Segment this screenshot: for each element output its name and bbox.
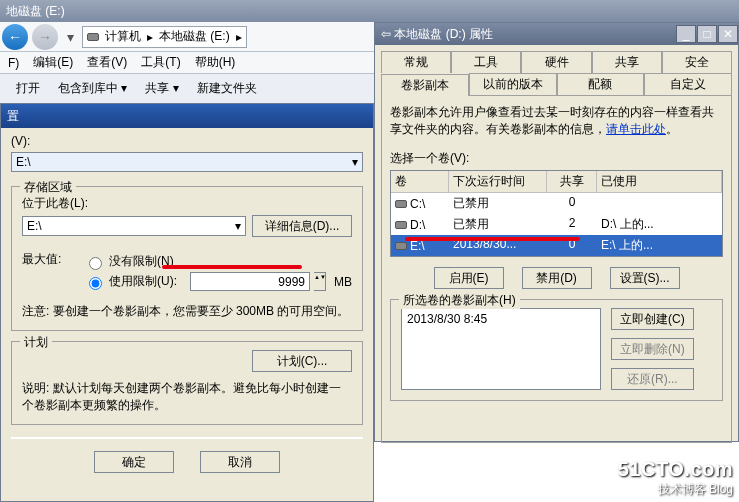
- tab-security[interactable]: 安全: [662, 51, 732, 73]
- menu-tools[interactable]: 工具(T): [135, 52, 186, 73]
- create-now-button[interactable]: 立即创建(C): [611, 308, 694, 330]
- watermark: 51CTO.com 技术博客 Blog: [618, 458, 733, 498]
- schedule-button[interactable]: 计划(C)...: [252, 350, 352, 372]
- col-time[interactable]: 下次运行时间: [449, 171, 547, 192]
- selected-copies-fieldset: 所选卷的卷影副本(H) 2013/8/30 8:45 立即创建(C) 立即删除(…: [390, 299, 723, 401]
- schedule-fieldset: 计划 计划(C)... 说明: 默认计划每天创建两个卷影副本。避免比每小时创建一…: [11, 341, 363, 425]
- tab-general[interactable]: 常规: [381, 51, 451, 73]
- chevron-right-icon: ▸: [236, 30, 242, 44]
- located-label: 位于此卷(L):: [22, 195, 352, 212]
- located-select[interactable]: E:\▾: [22, 216, 246, 236]
- nav-history-dropdown[interactable]: ▾: [62, 25, 78, 49]
- drive-icon: [395, 242, 407, 250]
- schedule-desc: 说明: 默认计划每天创建两个卷影副本。避免比每小时创建一个卷影副本更频繁的操作。: [22, 380, 352, 414]
- drive-icon: ⇦: [381, 27, 391, 41]
- ok-button[interactable]: 确定: [94, 451, 174, 473]
- disable-button[interactable]: 禁用(D): [522, 267, 592, 289]
- settings-dialog: 置 (V): E:\▾ 存储区域 位于此卷(L): E:\▾ 详细信息(D)..…: [0, 103, 374, 502]
- volume-select[interactable]: E:\▾: [11, 152, 363, 172]
- col-volume[interactable]: 卷: [391, 171, 449, 192]
- tab-sharing[interactable]: 共享: [592, 51, 662, 73]
- volume-table: 卷 下次运行时间 共享 已使用 C:\ 已禁用0 D:\ 已禁用2D:\ 上的.…: [390, 170, 723, 257]
- properties-dialog: ⇦ 本地磁盘 (D:) 属性 _ □ ✕ 常规 工具 硬件 共享 安全 卷影副本…: [374, 22, 739, 442]
- menu-f[interactable]: F): [2, 54, 25, 72]
- breadcrumb-current[interactable]: 本地磁盘 (E:): [159, 28, 230, 45]
- restore-button: 还原(R)...: [611, 368, 694, 390]
- drive-icon: [395, 221, 407, 229]
- tab-previous[interactable]: 以前的版本: [469, 73, 557, 95]
- limit-spinner[interactable]: ▲▼: [314, 272, 326, 291]
- minimize-button[interactable]: _: [676, 25, 696, 43]
- explorer-title: 地磁盘 (E:): [6, 3, 65, 20]
- shadow-help-link[interactable]: 请单击此处: [606, 122, 666, 136]
- drive-icon: [87, 33, 99, 41]
- use-limit-radio[interactable]: [89, 277, 102, 290]
- no-limit-radio[interactable]: [89, 257, 102, 270]
- toolbar-share[interactable]: 共享 ▾: [145, 80, 178, 97]
- nav-forward-button[interactable]: →: [32, 24, 58, 50]
- toolbar-include[interactable]: 包含到库中 ▾: [58, 80, 127, 97]
- table-row[interactable]: C:\ 已禁用0: [391, 193, 722, 214]
- details-button[interactable]: 详细信息(D)...: [252, 215, 352, 237]
- delete-now-button: 立即删除(N): [611, 338, 694, 360]
- annotation-redline: [405, 237, 580, 241]
- tab-hardware[interactable]: 硬件: [521, 51, 591, 73]
- tab-shadowcopy[interactable]: 卷影副本: [381, 74, 469, 96]
- menu-help[interactable]: 帮助(H): [189, 52, 242, 73]
- chevron-down-icon: ▾: [235, 219, 241, 233]
- volume-settings-button[interactable]: 设置(S)...: [610, 267, 680, 289]
- drive-icon: [395, 200, 407, 208]
- limit-input[interactable]: [190, 272, 310, 291]
- list-item[interactable]: 2013/8/30 8:45: [407, 312, 595, 326]
- chevron-right-icon: ▸: [147, 30, 153, 44]
- maximize-button[interactable]: □: [697, 25, 717, 43]
- toolbar-newfolder[interactable]: 新建文件夹: [197, 80, 257, 97]
- menu-edit[interactable]: 编辑(E): [27, 52, 79, 73]
- shadow-desc: 卷影副本允许用户像查看过去某一时刻存在的内容一样查看共享文件夹的内容。有关卷影副…: [390, 104, 723, 138]
- close-button[interactable]: ✕: [718, 25, 738, 43]
- menu-view[interactable]: 查看(V): [81, 52, 133, 73]
- volume-label: (V):: [11, 134, 363, 148]
- toolbar-open[interactable]: 打开: [16, 80, 40, 97]
- storage-fieldset: 存储区域 位于此卷(L): E:\▾ 详细信息(D)... 最大值: 没有限制(…: [11, 186, 363, 331]
- tab-tools[interactable]: 工具: [451, 51, 521, 73]
- nav-back-button[interactable]: ←: [2, 24, 28, 50]
- properties-titlebar[interactable]: ⇦ 本地磁盘 (D:) 属性 _ □ ✕: [375, 23, 738, 45]
- tab-quota[interactable]: 配额: [557, 73, 645, 95]
- storage-note: 注意: 要创建一个卷影副本，您需要至少 300MB 的可用空间。: [22, 303, 352, 320]
- annotation-redline: [162, 265, 302, 269]
- table-row[interactable]: D:\ 已禁用2D:\ 上的...: [391, 214, 722, 235]
- settings-titlebar[interactable]: 置: [1, 104, 373, 128]
- chevron-down-icon: ▾: [352, 155, 358, 169]
- copies-listbox[interactable]: 2013/8/30 8:45: [401, 308, 601, 390]
- breadcrumb-root[interactable]: 计算机: [105, 28, 141, 45]
- enable-button[interactable]: 启用(E): [434, 267, 504, 289]
- col-shared[interactable]: 共享: [547, 171, 597, 192]
- select-volume-label: 选择一个卷(V):: [390, 150, 723, 167]
- tab-custom[interactable]: 自定义: [644, 73, 732, 95]
- explorer-titlebar: 地磁盘 (E:): [0, 0, 739, 22]
- max-label: 最大值:: [22, 251, 72, 293]
- col-used[interactable]: 已使用: [597, 171, 722, 192]
- cancel-button[interactable]: 取消: [200, 451, 280, 473]
- breadcrumb[interactable]: 计算机 ▸ 本地磁盘 (E:) ▸: [82, 26, 247, 48]
